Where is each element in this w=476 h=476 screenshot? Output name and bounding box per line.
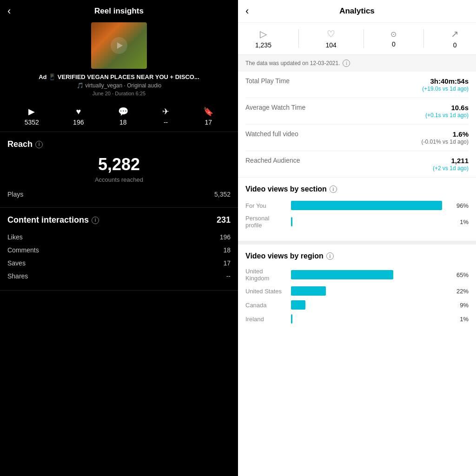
views-by-section-title: Video views by section i	[245, 185, 469, 193]
chart-percent-region-1: 22%	[452, 288, 469, 295]
chart-bar-container-region-2	[291, 300, 449, 310]
views-by-region-chart: United Kingdom65%United States22%Canada9…	[238, 264, 476, 336]
reached-audience-values: 1,211 (+2 vs 1d ago)	[433, 157, 469, 172]
comment-metric-icon: ⊙	[390, 30, 397, 39]
views-by-region-header: Video views by region i	[238, 245, 476, 264]
interactions-info-icon[interactable]: i	[92, 217, 99, 224]
stat-saves: 🔖 17	[203, 106, 213, 126]
divider-3	[423, 29, 424, 48]
shares-line: Shares --	[7, 270, 231, 283]
metric-comments: ⊙ 0	[390, 30, 397, 48]
right-header: ‹ Analytics	[238, 0, 476, 23]
chart-percent-region-2: 9%	[452, 302, 469, 309]
right-panel: ‹ Analytics ▷ 1,235 ♡ 104 ⊙ 0 ↗ 0 The da…	[238, 0, 476, 476]
watched-full-row: Watched full video 1.6% (-0.01% vs 1d ag…	[245, 125, 469, 151]
chart-bar-container-region-3	[291, 314, 449, 324]
comment-icon: 💬	[118, 106, 128, 117]
avg-watch-time-values: 10.6s (+0.1s vs 1d ago)	[425, 104, 469, 119]
audio-icon: 🎵	[77, 82, 85, 89]
chart-bar-container-section-1	[291, 217, 449, 226]
chart-bar-region-0	[291, 270, 393, 279]
chart-percent-section-0: 96%	[452, 202, 469, 209]
plays-value: 5352	[25, 119, 39, 126]
chart-percent-region-3: 1%	[452, 316, 469, 323]
play-metric-value: 1,235	[255, 41, 271, 49]
chart-bar-container-region-0	[291, 270, 449, 279]
chart-percent-region-0: 65%	[452, 271, 469, 278]
share-metric-value: 0	[453, 41, 457, 49]
chart-row-section-1: Personal profile1%	[245, 215, 469, 229]
left-panel: ‹ Reel insights Ad 📱 VERIFIED VEGAN PLAC…	[0, 0, 238, 476]
chart-label-region-0: United Kingdom	[245, 268, 287, 282]
section-divider	[238, 241, 476, 245]
back-button-left[interactable]: ‹	[7, 5, 11, 17]
chart-label-section-1: Personal profile	[245, 215, 287, 229]
avg-watch-time-main: 10.6s	[451, 104, 469, 112]
total-play-time-sub: (+19.0s vs 1d ago)	[422, 86, 469, 92]
chart-bar-region-3	[291, 314, 292, 324]
chart-bar-container-region-1	[291, 286, 449, 296]
views-by-region-title: Video views by region i	[245, 252, 469, 260]
chart-percent-section-1: 1%	[452, 218, 469, 225]
shares-count: --	[226, 272, 231, 280]
update-info-icon[interactable]: i	[343, 60, 350, 67]
update-text: The data was updated on 12-03-2021.	[245, 60, 340, 66]
chart-row-region-0: United Kingdom65%	[245, 268, 469, 282]
accounts-reached-number: 5,282	[7, 155, 231, 174]
reel-title: Ad 📱 VERIFIED VEGAN PLACES NEAR YOU + DI…	[0, 73, 238, 82]
shares-label: Shares	[7, 272, 28, 280]
likes-line: Likes 196	[7, 231, 231, 244]
watched-full-values: 1.6% (-0.01% vs 1d ago)	[422, 130, 469, 145]
chart-row-region-2: Canada9%	[245, 300, 469, 310]
left-title: Reel insights	[94, 7, 144, 16]
metric-likes: ♡ 104	[326, 28, 337, 49]
chart-bar-container-section-0	[291, 201, 449, 210]
reel-thumbnail	[91, 22, 147, 69]
shares-value: --	[164, 119, 168, 126]
watched-full-main: 1.6%	[453, 130, 469, 138]
views-by-section-chart: For You96%Personal profile1%	[238, 197, 476, 241]
saves-line: Saves 17	[7, 257, 231, 270]
comments-line: Comments 18	[7, 244, 231, 257]
bookmark-icon: 🔖	[203, 106, 213, 117]
views-by-section-header: Video views by section i	[238, 178, 476, 197]
chart-bar-region-2	[291, 300, 305, 310]
reach-title: Reach i	[7, 139, 231, 149]
left-header: ‹ Reel insights	[0, 0, 238, 22]
saves-label: Saves	[7, 259, 26, 267]
views-section-info-icon[interactable]: i	[330, 185, 337, 193]
divider-2	[364, 29, 364, 48]
reached-audience-main: 1,211	[451, 157, 469, 165]
plays-stat-value: 5,352	[214, 191, 231, 198]
watched-full-label: Watched full video	[245, 130, 422, 138]
reach-info-icon[interactable]: i	[35, 141, 43, 148]
chart-bar-region-1	[291, 286, 326, 296]
metric-shares: ↗ 0	[451, 28, 459, 49]
chart-row-region-3: Ireland1%	[245, 314, 469, 324]
watched-full-sub: (-0.01% vs 1d ago)	[422, 139, 469, 145]
comments-label: Comments	[7, 246, 39, 254]
stat-likes: ♥ 196	[73, 107, 84, 126]
saves-count: 17	[223, 259, 231, 267]
chart-label-region-3: Ireland	[245, 316, 287, 323]
back-button-right[interactable]: ‹	[245, 5, 249, 17]
play-metric-icon: ▷	[260, 28, 267, 40]
comments-count: 18	[223, 246, 231, 254]
reached-audience-sub: (+2 vs 1d ago)	[433, 165, 469, 172]
chart-bar-section-1	[291, 217, 292, 226]
views-region-info-icon[interactable]: i	[326, 252, 334, 260]
right-title: Analytics	[339, 7, 375, 16]
stat-shares: ✈ --	[162, 106, 169, 126]
interactions-section: Content interactions i 231 Likes 196 Com…	[0, 208, 238, 291]
likes-label: Likes	[7, 233, 23, 241]
total-play-time-row: Total Play Time 3h:40m:54s (+19.0s vs 1d…	[245, 72, 469, 98]
chart-label-region-1: United States	[245, 288, 287, 295]
heart-metric-icon: ♡	[327, 28, 335, 40]
play-icon: ▶	[28, 106, 35, 117]
likes-value: 196	[73, 119, 84, 126]
reached-audience-row: Reached Audience 1,211 (+2 vs 1d ago)	[245, 151, 469, 177]
update-notice: The data was updated on 12-03-2021. i	[238, 55, 476, 72]
stats-row: ▶ 5352 ♥ 196 💬 18 ✈ -- 🔖 17	[0, 102, 238, 132]
reel-meta: 🎵 virtually_vegan · Original audio	[0, 82, 238, 91]
accounts-reached-label: Accounts reached	[7, 176, 231, 183]
